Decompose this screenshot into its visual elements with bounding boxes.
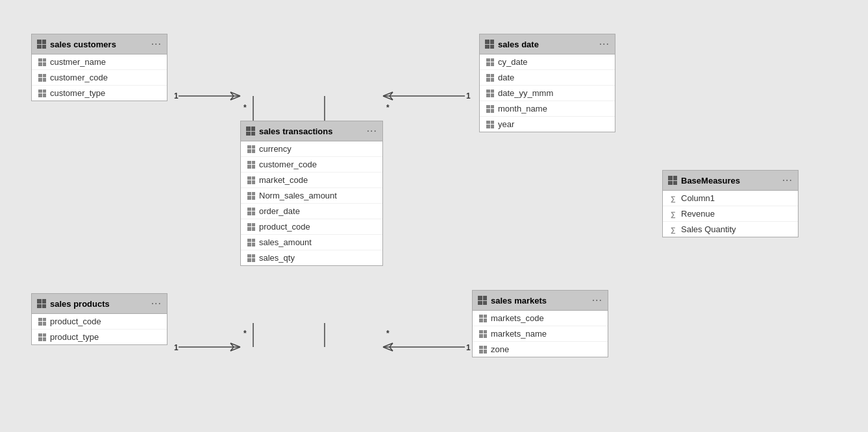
field-row-month_name[interactable]: month_name bbox=[480, 101, 615, 117]
field-row-cy_date[interactable]: cy_date bbox=[480, 54, 615, 70]
field-label-sales_amount: sales_amount bbox=[259, 237, 312, 247]
svg-text:*: * bbox=[243, 103, 247, 112]
field-label-product_code: product_code bbox=[50, 317, 101, 326]
svg-line-12 bbox=[390, 96, 393, 100]
field-row-market_code[interactable]: market_code bbox=[241, 173, 382, 188]
field-label-customer_code: customer_code bbox=[259, 160, 317, 169]
svg-line-2 bbox=[230, 92, 240, 96]
field-row-column1[interactable]: ∑Column1 bbox=[663, 191, 798, 206]
table-header-sales_date: sales date··· bbox=[480, 34, 615, 54]
field-grid-icon bbox=[479, 315, 487, 322]
table-sales_date[interactable]: sales date···cy_datedatedate_yy_mmmmonth… bbox=[479, 34, 615, 132]
table-sales_customers[interactable]: sales customers···custmer_namecustomer_c… bbox=[31, 34, 167, 101]
table-base_measures[interactable]: BaseMeasures···∑Column1∑Revenue∑Sales Qu… bbox=[662, 170, 799, 237]
table-grid-icon bbox=[485, 40, 494, 49]
field-row-markets_code[interactable]: markets_code bbox=[473, 311, 608, 326]
field-row-sales_qty[interactable]: sales_qty bbox=[241, 250, 382, 265]
field-row-customer_code[interactable]: customer_code bbox=[241, 157, 382, 173]
field-row-product_code[interactable]: product_code bbox=[241, 219, 382, 235]
field-label-date: date bbox=[498, 73, 514, 82]
table-header-sales_markets: sales markets··· bbox=[473, 291, 608, 311]
field-row-customer_code[interactable]: customer_code bbox=[32, 70, 167, 86]
svg-text:*: * bbox=[386, 329, 390, 338]
field-label-product_code: product_code bbox=[259, 222, 310, 232]
field-grid-icon bbox=[38, 58, 46, 66]
table-menu-base_measures[interactable]: ··· bbox=[782, 174, 793, 186]
svg-line-10 bbox=[383, 96, 393, 100]
field-label-norm_sales_amount: Norm_sales_amount bbox=[259, 191, 337, 200]
table-title-base_measures: BaseMeasures bbox=[681, 176, 740, 186]
field-label-revenue: Revenue bbox=[681, 209, 715, 219]
field-grid-icon bbox=[486, 58, 494, 66]
svg-text:1: 1 bbox=[466, 91, 471, 101]
conn-products-transactions: 1 * bbox=[174, 329, 247, 352]
table-sales_products[interactable]: sales products···product_codeproduct_typ… bbox=[31, 293, 167, 345]
svg-text:1: 1 bbox=[466, 343, 471, 352]
field-grid-icon bbox=[486, 90, 494, 97]
svg-line-17 bbox=[230, 347, 240, 351]
svg-line-26 bbox=[390, 347, 393, 351]
table-menu-sales_customers[interactable]: ··· bbox=[151, 38, 162, 50]
table-title-sales_customers: sales customers bbox=[50, 40, 116, 49]
field-row-norm_sales_amount[interactable]: Norm_sales_amount bbox=[241, 188, 382, 204]
table-sales_transactions[interactable]: sales transactions···currencycustomer_co… bbox=[240, 121, 383, 266]
field-row-year[interactable]: year bbox=[480, 117, 615, 132]
table-sales_markets[interactable]: sales markets···markets_codemarkets_name… bbox=[472, 290, 608, 357]
field-grid-icon bbox=[247, 176, 255, 184]
field-label-column1: Column1 bbox=[681, 193, 715, 203]
svg-text:*: * bbox=[386, 103, 390, 112]
field-label-customer_code: customer_code bbox=[50, 73, 108, 82]
field-row-date_yy_mmm[interactable]: date_yy_mmm bbox=[480, 86, 615, 101]
table-menu-sales_date[interactable]: ··· bbox=[599, 38, 610, 50]
field-label-date_yy_mmm: date_yy_mmm bbox=[498, 88, 553, 98]
field-row-markets_name[interactable]: markets_name bbox=[473, 326, 608, 342]
field-row-revenue[interactable]: ∑Revenue bbox=[663, 206, 798, 222]
field-row-product_code[interactable]: product_code bbox=[32, 314, 167, 330]
field-row-custmer_name[interactable]: custmer_name bbox=[32, 54, 167, 70]
svg-line-19 bbox=[230, 347, 234, 351]
field-label-currency: currency bbox=[259, 144, 291, 154]
diagram-canvas: 1 * 1 * 1 bbox=[0, 0, 868, 432]
field-row-customer_type[interactable]: customer_type bbox=[32, 86, 167, 101]
svg-text:1: 1 bbox=[174, 91, 179, 101]
table-menu-sales_products[interactable]: ··· bbox=[151, 298, 162, 309]
field-grid-icon bbox=[247, 223, 255, 231]
measure-icon: ∑ bbox=[669, 210, 677, 218]
svg-line-25 bbox=[390, 343, 393, 347]
field-label-customer_type: customer_type bbox=[50, 88, 105, 98]
field-row-sales_amount[interactable]: sales_amount bbox=[241, 235, 382, 250]
field-label-product_type: product_type bbox=[50, 332, 99, 342]
svg-text:1: 1 bbox=[174, 343, 179, 352]
field-grid-icon bbox=[247, 254, 255, 262]
field-row-order_date[interactable]: order_date bbox=[241, 204, 382, 219]
field-grid-icon bbox=[486, 121, 494, 128]
field-row-product_type[interactable]: product_type bbox=[32, 330, 167, 344]
svg-line-9 bbox=[383, 92, 393, 96]
table-header-sales_customers: sales customers··· bbox=[32, 34, 167, 54]
field-grid-icon bbox=[479, 330, 487, 338]
svg-line-16 bbox=[230, 343, 240, 347]
field-grid-icon bbox=[486, 74, 494, 82]
field-label-zone: zone bbox=[491, 344, 509, 354]
table-header-sales_transactions: sales transactions··· bbox=[241, 121, 382, 141]
field-row-zone[interactable]: zone bbox=[473, 342, 608, 357]
field-label-sales-quantity: Sales Quantity bbox=[681, 224, 736, 234]
table-grid-icon bbox=[37, 299, 46, 308]
field-grid-icon bbox=[38, 318, 46, 326]
svg-line-18 bbox=[230, 343, 234, 347]
field-row-currency[interactable]: currency bbox=[241, 141, 382, 157]
field-row-sales-quantity[interactable]: ∑Sales Quantity bbox=[663, 222, 798, 237]
measure-icon: ∑ bbox=[669, 226, 677, 234]
conn-date-transactions: 1 * bbox=[383, 91, 471, 112]
svg-line-11 bbox=[390, 92, 393, 96]
field-label-markets_name: markets_name bbox=[491, 329, 547, 339]
field-grid-icon bbox=[247, 239, 255, 246]
measure-icon: ∑ bbox=[669, 195, 677, 202]
svg-line-23 bbox=[383, 343, 393, 347]
field-row-date[interactable]: date bbox=[480, 70, 615, 86]
table-grid-icon bbox=[246, 126, 255, 136]
field-grid-icon bbox=[247, 161, 255, 169]
field-label-order_date: order_date bbox=[259, 206, 300, 216]
table-menu-sales_transactions[interactable]: ··· bbox=[367, 125, 377, 137]
table-menu-sales_markets[interactable]: ··· bbox=[592, 294, 602, 306]
